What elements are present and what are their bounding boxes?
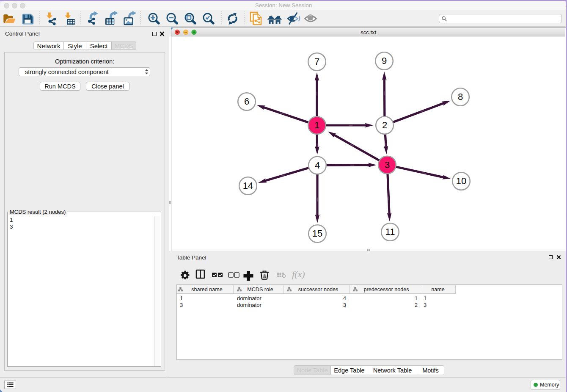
svg-text:3: 3 (385, 160, 390, 170)
svg-text:7: 7 (314, 56, 319, 67)
svg-text:3: 3 (180, 302, 183, 308)
svg-text:14: 14 (243, 180, 253, 191)
svg-text:3: 3 (343, 302, 346, 308)
svg-text:predecessor nodes: predecessor nodes (363, 287, 409, 293)
svg-text:successor nodes: successor nodes (298, 287, 339, 293)
svg-text:2: 2 (415, 302, 418, 308)
svg-text:6: 6 (244, 96, 249, 107)
svg-text:dominator: dominator (237, 302, 261, 308)
svg-text:f(x): f(x) (292, 269, 305, 279)
svg-text:11: 11 (385, 226, 395, 237)
svg-text:2: 2 (382, 120, 387, 130)
svg-text:1: 1 (415, 295, 418, 301)
svg-text:10: 10 (456, 176, 466, 186)
svg-text:name: name (431, 287, 445, 293)
svg-text:4: 4 (315, 160, 320, 171)
svg-text:15: 15 (312, 228, 322, 239)
svg-text:dominator: dominator (237, 295, 261, 301)
svg-text:8: 8 (458, 91, 463, 102)
svg-text:4: 4 (343, 295, 346, 301)
svg-text:1: 1 (424, 295, 427, 301)
svg-text:shared name: shared name (191, 287, 223, 293)
svg-text:3: 3 (424, 302, 427, 308)
svg-text:1: 1 (180, 295, 183, 301)
svg-text:MCDS role: MCDS role (247, 287, 273, 293)
svg-text:9: 9 (382, 55, 387, 66)
svg-text:1: 1 (314, 120, 319, 130)
